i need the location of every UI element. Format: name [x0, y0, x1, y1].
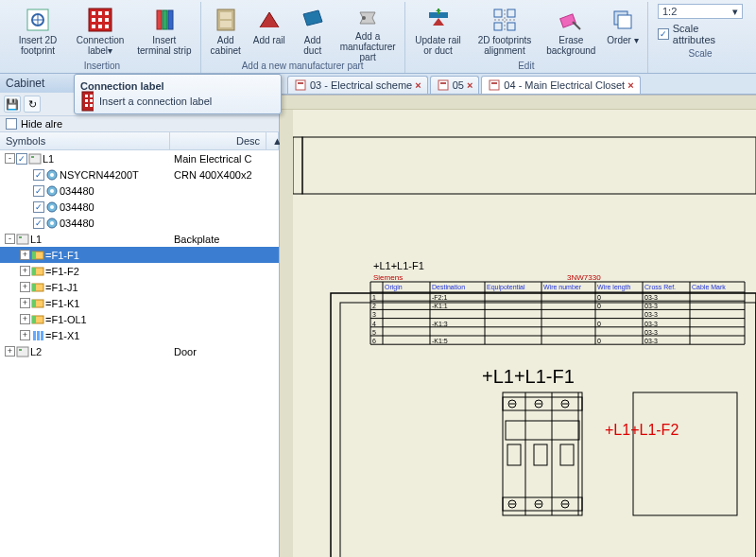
2d-footprints-alignment-icon [490, 5, 520, 35]
tree-row[interactable]: -✓ L1Main Electrical C [0, 150, 279, 166]
tree-checkbox[interactable]: ✓ [33, 169, 44, 181]
svg-text:03-3: 03-3 [644, 311, 658, 318]
add-duct[interactable]: Add duct [292, 2, 334, 59]
toolbar-refresh-icon[interactable]: ↻ [24, 96, 41, 113]
svg-rect-20 [494, 9, 502, 17]
scale-attributes-checkbox[interactable]: ✓Scale attributes [658, 23, 743, 45]
order[interactable]: Order ▾ [602, 2, 644, 59]
svg-text:-K1:1: -K1:1 [432, 303, 448, 309]
tree-checkbox[interactable]: ✓ [33, 185, 44, 197]
expand-icon[interactable]: + [20, 298, 30, 308]
tree-row[interactable]: + =F1-J1 [0, 279, 279, 295]
svg-text:6: 6 [372, 338, 376, 344]
tab-04[interactable]: 04 - Main Electrical Closet× [481, 76, 640, 94]
expand-icon[interactable]: + [20, 330, 30, 340]
svg-rect-37 [29, 154, 41, 164]
svg-rect-35 [90, 104, 93, 107]
board-icon [16, 345, 29, 358]
svg-text:0: 0 [597, 294, 601, 301]
svg-point-40 [50, 173, 54, 177]
tree-row[interactable]: + =F1-F2 [0, 263, 279, 279]
insert-terminal-strip[interactable]: Insert terminal strip [132, 2, 197, 59]
toolbar-save-icon[interactable]: 💾 [4, 96, 21, 113]
hide-already-checkbox[interactable] [6, 118, 17, 130]
tab-close-icon[interactable]: × [627, 79, 633, 91]
expand-icon[interactable]: - [5, 153, 15, 164]
svg-text:Cable Mark: Cable Mark [692, 284, 726, 290]
tree-body: -✓ L1Main Electrical C✓ NSYCRN44200TCRN … [0, 150, 279, 557]
col-symbols[interactable]: Symbols [0, 132, 170, 149]
order-label: Order ▾ [607, 35, 638, 45]
tree-row[interactable]: + =F1-K1 [0, 295, 279, 311]
svg-rect-3 [92, 11, 95, 15]
tree-item-label: 034480 [60, 218, 94, 229]
svg-rect-16 [220, 12, 232, 19]
svg-text:03-3: 03-3 [644, 294, 658, 301]
col-sort-icon[interactable]: ▲ [266, 132, 279, 149]
svg-text:Siemens: Siemens [373, 273, 403, 282]
expand-icon[interactable]: + [20, 282, 30, 292]
scale-select[interactable]: 1:2 ▾ [658, 4, 743, 19]
svg-text:03-3: 03-3 [644, 329, 658, 336]
expand-icon[interactable]: + [5, 346, 15, 357]
tree-item-label: 034480 [60, 201, 94, 213]
ribbon-group-label: Insertion [8, 60, 197, 73]
expand-icon[interactable]: - [5, 234, 15, 244]
connection-label-icon [85, 5, 115, 35]
expand-icon[interactable]: + [20, 250, 30, 260]
tree-row[interactable]: + L2Door [0, 343, 279, 359]
doc-icon [437, 78, 450, 92]
tree-row[interactable]: ✓ 034480 [0, 199, 279, 215]
svg-rect-48 [19, 236, 22, 238]
comp-icon [31, 313, 44, 326]
expand-icon[interactable]: + [20, 266, 30, 276]
svg-text:03-3: 03-3 [644, 303, 658, 309]
svg-text:3NW7330: 3NW7330 [567, 273, 601, 282]
tree-row[interactable]: + =F1-X1 [0, 327, 279, 343]
doc-icon [294, 78, 307, 92]
document-area: 03 - Electrical scheme×05×04 - Main Elec… [280, 74, 756, 557]
svg-text:-K1:5: -K1:5 [432, 338, 448, 344]
document-tabs: 03 - Electrical scheme×05×04 - Main Elec… [280, 74, 756, 95]
tree-item-desc: Main Electrical C [170, 153, 279, 165]
insert-2d-footprint-icon [23, 5, 53, 35]
tree-row[interactable]: - L1Backplate [0, 231, 279, 247]
svg-rect-61 [41, 331, 43, 340]
connection-label[interactable]: Connection label▾ [70, 2, 130, 59]
insert-2d-footprint[interactable]: Insert 2D footprint [8, 2, 68, 59]
erase-background[interactable]: Erase background [542, 2, 600, 59]
tree-row[interactable]: + =F1-F1 [0, 247, 279, 263]
tree-checkbox[interactable]: ✓ [33, 201, 44, 213]
tree-row[interactable]: ✓ 034480 [0, 215, 279, 231]
tree-row[interactable]: + =F1-OL1 [0, 311, 279, 327]
tab-05[interactable]: 05× [430, 76, 480, 94]
tree-item-label: =F1-F2 [45, 266, 79, 277]
col-desc[interactable]: Desc [170, 132, 266, 149]
svg-text:Origin: Origin [385, 284, 403, 291]
tree-checkbox[interactable]: ✓ [33, 218, 44, 229]
add-cabinet[interactable]: Add cabinet [205, 2, 247, 59]
svg-point-18 [362, 16, 366, 20]
svg-rect-28 [85, 95, 88, 97]
tab-close-icon[interactable]: × [467, 79, 472, 91]
svg-rect-29 [90, 95, 93, 97]
update-rail-duct[interactable]: Update rail or duct [409, 2, 468, 59]
tab-03[interactable]: 03 - Electrical scheme× [287, 76, 428, 94]
tree-row[interactable]: ✓ 034480 [0, 183, 279, 199]
svg-rect-24 [560, 14, 576, 27]
svg-text:03-3: 03-3 [644, 338, 658, 344]
tree-item-desc: CRN 400X400x2 [170, 169, 279, 181]
svg-rect-4 [98, 11, 102, 15]
tree-item-label: L1 [43, 153, 54, 165]
expand-icon[interactable]: + [20, 314, 30, 324]
tab-close-icon[interactable]: × [415, 79, 421, 91]
svg-rect-54 [32, 284, 36, 291]
add-mfr-part[interactable]: Add a manufacturer part [335, 2, 401, 59]
drawing-canvas[interactable]: +L1+L1-F1Siemens3NW7330OriginDestination… [280, 95, 756, 557]
tree-row[interactable]: ✓ NSYCRN44200TCRN 400X400x2 [0, 166, 279, 183]
add-rail[interactable]: Add rail [249, 2, 290, 59]
connection-label-icon [80, 95, 94, 108]
svg-rect-64 [296, 80, 305, 90]
2d-footprints-alignment[interactable]: 2D footprints alignment [469, 2, 540, 59]
tree-checkbox[interactable]: ✓ [16, 153, 27, 165]
